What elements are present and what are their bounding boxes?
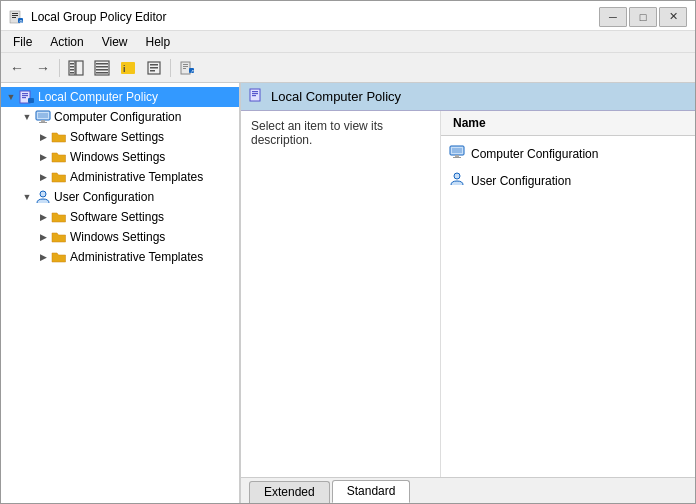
toolbar-sep-2 xyxy=(170,59,171,77)
svg-rect-1 xyxy=(12,13,18,14)
folder-icon-win-cc xyxy=(51,149,67,165)
right-header-icon xyxy=(249,87,265,106)
tree-item-sw-settings-uc[interactable]: ▶ Software Settings xyxy=(1,207,239,227)
main-area: Local Computer Policy Computer Configura… xyxy=(1,83,695,503)
tree-label-root: Local Computer Policy xyxy=(38,90,158,104)
tree-toggle-sw-uc: ▶ xyxy=(35,209,51,225)
policy-icon xyxy=(19,89,35,105)
computer-icon xyxy=(35,109,51,125)
tree-item-sw-settings-cc[interactable]: ▶ Software Settings xyxy=(1,127,239,147)
list-pane: Name xyxy=(441,111,695,477)
filter-button[interactable]: i xyxy=(116,57,140,79)
list-label-uc: User Configuration xyxy=(471,174,571,188)
window-controls: ─ □ ✕ xyxy=(599,7,687,27)
tree-item-computer-config[interactable]: Computer Configuration xyxy=(1,107,239,127)
right-panel: Local Computer Policy Select an item to … xyxy=(241,83,695,503)
close-button[interactable]: ✕ xyxy=(659,7,687,27)
tab-extended[interactable]: Extended xyxy=(249,481,330,503)
svg-rect-41 xyxy=(252,93,258,94)
svg-point-38 xyxy=(40,191,46,197)
list-item-cc[interactable]: Computer Configuration xyxy=(441,140,695,167)
show-hide-button[interactable] xyxy=(64,57,88,79)
window-title: Local Group Policy Editor xyxy=(31,10,166,24)
tree-item-win-settings-cc[interactable]: ▶ Windows Settings xyxy=(1,147,239,167)
svg-rect-9 xyxy=(70,66,74,68)
svg-rect-42 xyxy=(252,95,256,96)
tree-toggle-admin-uc: ▶ xyxy=(35,249,51,265)
svg-rect-36 xyxy=(41,120,45,122)
list-icon-cc xyxy=(449,144,465,163)
svg-rect-26 xyxy=(183,68,186,69)
right-content: Select an item to view its description. … xyxy=(241,111,695,477)
svg-rect-31 xyxy=(22,95,28,96)
svg-text:↗: ↗ xyxy=(190,68,194,74)
menu-help[interactable]: Help xyxy=(138,33,179,51)
minimize-button[interactable]: ─ xyxy=(599,7,627,27)
export-list-button[interactable]: ↗ xyxy=(175,57,199,79)
tree-toggle-win-uc: ▶ xyxy=(35,229,51,245)
svg-rect-21 xyxy=(150,67,158,69)
maximize-button[interactable]: □ xyxy=(629,7,657,27)
tree-item-win-settings-uc[interactable]: ▶ Windows Settings xyxy=(1,227,239,247)
tree-item-admin-cc[interactable]: ▶ Administrative Templates xyxy=(1,167,239,187)
svg-rect-10 xyxy=(70,69,74,71)
toolbar: ← → i xyxy=(1,53,695,83)
svg-rect-46 xyxy=(453,157,461,158)
menu-file[interactable]: File xyxy=(5,33,40,51)
tab-standard[interactable]: Standard xyxy=(332,480,411,503)
svg-rect-35 xyxy=(38,113,48,118)
folder-icon-admin-uc xyxy=(51,249,67,265)
col-header-name[interactable]: Name xyxy=(449,114,687,132)
list-body: Computer Configuration User Configuratio… xyxy=(441,136,695,477)
tree-toggle-sw-cc: ▶ xyxy=(35,129,51,145)
svg-rect-15 xyxy=(96,69,108,71)
main-window: G Local Group Policy Editor ─ □ ✕ File A… xyxy=(0,0,696,504)
user-icon xyxy=(35,189,51,205)
tree-toggle-admin-cc: ▶ xyxy=(35,169,51,185)
tree-panel: Local Computer Policy Computer Configura… xyxy=(1,83,241,503)
properties-button[interactable] xyxy=(142,57,166,79)
tree-label-cc: Computer Configuration xyxy=(54,110,181,124)
tree-toggle-root[interactable] xyxy=(3,89,19,105)
tree-label-uc: User Configuration xyxy=(54,190,154,204)
back-button[interactable]: ← xyxy=(5,57,29,79)
tabs-area: Extended Standard xyxy=(241,477,695,503)
description-pane: Select an item to view its description. xyxy=(241,111,441,477)
tree-label-win-uc: Windows Settings xyxy=(70,230,165,244)
menu-bar: File Action View Help xyxy=(1,31,695,53)
svg-rect-25 xyxy=(183,66,188,67)
svg-rect-11 xyxy=(70,72,74,74)
svg-rect-33 xyxy=(28,98,34,103)
tree-label-sw-cc: Software Settings xyxy=(70,130,164,144)
svg-rect-3 xyxy=(12,17,16,18)
svg-rect-44 xyxy=(452,148,462,153)
menu-view[interactable]: View xyxy=(94,33,136,51)
svg-rect-22 xyxy=(150,70,155,72)
folder-icon-sw-uc xyxy=(51,209,67,225)
list-icon-uc xyxy=(449,171,465,190)
forward-button[interactable]: → xyxy=(31,57,55,79)
tree-label-admin-uc: Administrative Templates xyxy=(70,250,203,264)
tree-item-admin-uc[interactable]: ▶ Administrative Templates xyxy=(1,247,239,267)
tree-item-user-config[interactable]: User Configuration xyxy=(1,187,239,207)
folder-icon-sw-cc xyxy=(51,129,67,145)
tree-toggle-cc[interactable] xyxy=(19,109,35,125)
svg-rect-37 xyxy=(39,122,47,123)
svg-rect-32 xyxy=(22,97,26,98)
svg-rect-40 xyxy=(252,91,258,92)
list-label-cc: Computer Configuration xyxy=(471,147,598,161)
tree-label-sw-uc: Software Settings xyxy=(70,210,164,224)
list-item-uc[interactable]: User Configuration xyxy=(441,167,695,194)
title-bar-left: G Local Group Policy Editor xyxy=(9,9,166,25)
show-list-button[interactable] xyxy=(90,57,114,79)
tree-toggle-win-cc: ▶ xyxy=(35,149,51,165)
right-header-title: Local Computer Policy xyxy=(271,89,401,104)
svg-rect-13 xyxy=(96,63,108,65)
tree-item-root[interactable]: Local Computer Policy xyxy=(1,87,239,107)
tree-label-admin-cc: Administrative Templates xyxy=(70,170,203,184)
tree-toggle-uc[interactable] xyxy=(19,189,35,205)
description-text: Select an item to view its description. xyxy=(251,119,383,147)
svg-rect-16 xyxy=(96,72,108,74)
svg-rect-20 xyxy=(150,64,158,66)
menu-action[interactable]: Action xyxy=(42,33,91,51)
